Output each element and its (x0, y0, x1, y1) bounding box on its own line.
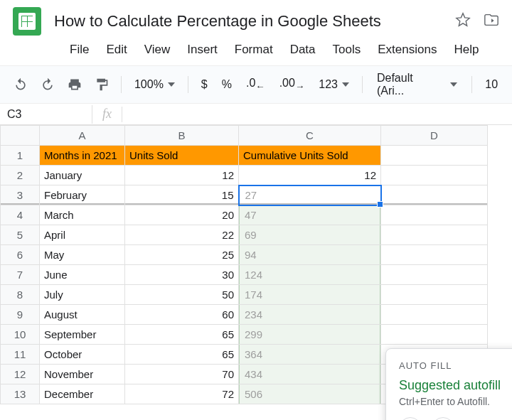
menu-data[interactable]: Data (283, 40, 323, 60)
col-header-D[interactable]: D (381, 126, 488, 146)
cell-C13[interactable]: 506 (239, 384, 381, 404)
autofill-accept-button[interactable] (399, 417, 422, 420)
cell-D3[interactable] (381, 185, 488, 205)
cell-B10[interactable]: 65 (125, 325, 239, 345)
table-row: 10September65299 (1, 325, 488, 345)
cell-C1[interactable]: Cumulative Units Sold (239, 146, 381, 166)
row-header[interactable]: 2 (1, 166, 40, 185)
cell-D8[interactable] (381, 285, 488, 305)
col-header-A[interactable]: A (40, 126, 125, 146)
print-icon[interactable] (63, 72, 87, 97)
cell-A13[interactable]: December (40, 384, 125, 404)
row-header[interactable]: 13 (1, 384, 40, 404)
doc-title[interactable]: How to Calculate Percentage in Google Sh… (54, 11, 442, 32)
row-header[interactable]: 9 (1, 305, 40, 325)
sheets-logo[interactable] (13, 7, 41, 36)
row-header[interactable]: 7 (1, 265, 40, 285)
cell-A12[interactable]: November (40, 365, 125, 384)
row-header[interactable]: 10 (1, 325, 40, 345)
cell-C9[interactable]: 234 (239, 305, 381, 325)
paint-format-icon[interactable] (90, 72, 114, 97)
cell-B9[interactable]: 60 (125, 305, 239, 325)
cell-B2[interactable]: 12 (125, 166, 239, 185)
cell-C7[interactable]: 124 (239, 265, 381, 285)
cell-C10[interactable]: 299 (239, 325, 381, 345)
row-header[interactable]: 4 (1, 205, 40, 225)
format-currency[interactable]: $ (196, 78, 213, 91)
row-header[interactable]: 12 (1, 365, 40, 384)
cell-C6[interactable]: 94 (239, 245, 381, 265)
fx-label: fx (92, 107, 122, 122)
cell-B12[interactable]: 70 (125, 365, 239, 384)
menu-view[interactable]: View (137, 40, 178, 60)
row-header[interactable]: 3 (1, 185, 40, 205)
cell-B13[interactable]: 72 (125, 384, 239, 404)
cell-D6[interactable] (381, 245, 488, 265)
cell-B5[interactable]: 22 (125, 225, 239, 245)
cell-B11[interactable]: 65 (125, 345, 239, 365)
cell-B1[interactable]: Units Sold (125, 146, 239, 166)
col-header-C[interactable]: C (239, 126, 381, 146)
cell-C4[interactable]: 47 (239, 205, 381, 225)
select-all-corner[interactable] (1, 126, 40, 146)
cell-A11[interactable]: October (40, 345, 125, 365)
cell-B3[interactable]: 15 (125, 185, 239, 205)
cell-D5[interactable] (381, 225, 488, 245)
cell-D2[interactable] (381, 166, 488, 185)
undo-icon[interactable] (9, 72, 33, 97)
cell-A10[interactable]: September (40, 325, 125, 345)
font-select[interactable]: Default (Ari... (370, 72, 464, 97)
name-box[interactable]: C3 (0, 105, 92, 124)
row-header[interactable]: 8 (1, 285, 40, 305)
cell-A5[interactable]: April (40, 225, 125, 245)
format-percent[interactable]: % (216, 78, 238, 91)
menu-file[interactable]: File (63, 40, 96, 60)
number-format[interactable]: 123 (313, 78, 355, 91)
cell-B4[interactable]: 20 (125, 205, 239, 225)
cell-C12[interactable]: 434 (239, 365, 381, 384)
cell-D9[interactable] (381, 305, 488, 325)
autofill-reject-button[interactable] (432, 417, 454, 420)
cell-A3[interactable]: February (40, 185, 125, 205)
move-icon[interactable] (484, 12, 499, 31)
cell-D10[interactable] (381, 325, 488, 345)
redo-icon[interactable] (36, 72, 60, 97)
zoom-select[interactable]: 100% (129, 78, 181, 91)
table-row: 5April2269 (1, 225, 488, 245)
row-header[interactable]: 11 (1, 345, 40, 365)
table-row: 4March2047 (1, 205, 488, 225)
menu-insert[interactable]: Insert (180, 40, 225, 60)
menubar: File Edit View Insert Format Data Tools … (0, 36, 512, 65)
row-header[interactable]: 1 (1, 146, 40, 166)
cell-C3[interactable]: 27 (239, 185, 381, 205)
cell-B8[interactable]: 50 (125, 285, 239, 305)
col-header-B[interactable]: B (125, 126, 239, 146)
cell-A9[interactable]: August (40, 305, 125, 325)
cell-C5[interactable]: 69 (239, 225, 381, 245)
star-icon[interactable] (455, 12, 471, 31)
cell-C2[interactable]: 12 (239, 166, 381, 185)
cell-D4[interactable] (381, 205, 488, 225)
font-size[interactable]: 10 (479, 78, 503, 91)
menu-edit[interactable]: Edit (99, 40, 134, 60)
cell-C8[interactable]: 174 (239, 285, 381, 305)
cell-A7[interactable]: June (40, 265, 125, 285)
row-header[interactable]: 5 (1, 225, 40, 245)
cell-A6[interactable]: May (40, 245, 125, 265)
cell-A4[interactable]: March (40, 205, 125, 225)
cell-B7[interactable]: 30 (125, 265, 239, 285)
row-header[interactable]: 6 (1, 245, 40, 265)
cell-B6[interactable]: 25 (125, 245, 239, 265)
cell-A1[interactable]: Months in 2021 (40, 146, 125, 166)
menu-help[interactable]: Help (447, 40, 486, 60)
cell-A8[interactable]: July (40, 285, 125, 305)
cell-D1[interactable] (381, 146, 488, 166)
menu-format[interactable]: Format (228, 40, 280, 60)
menu-extensions[interactable]: Extensions (370, 40, 444, 60)
increase-decimal[interactable]: .00→ (274, 77, 311, 92)
menu-tools[interactable]: Tools (326, 40, 368, 60)
cell-C11[interactable]: 364 (239, 345, 381, 365)
cell-A2[interactable]: January (40, 166, 125, 185)
decrease-decimal[interactable]: .0← (240, 77, 271, 92)
cell-D7[interactable] (381, 265, 488, 285)
